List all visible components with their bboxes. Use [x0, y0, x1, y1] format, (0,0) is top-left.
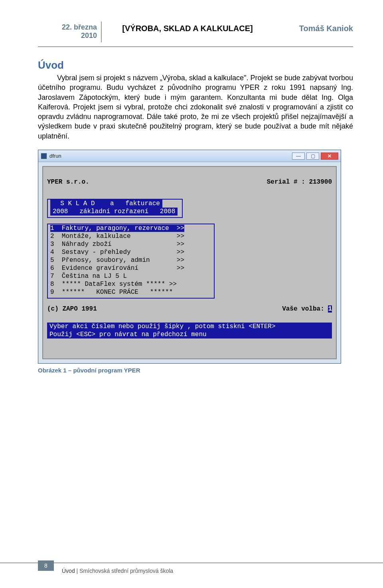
- dos-title-l1: S K L A D a fakturace: [50, 200, 162, 208]
- dos-menu-item[interactable]: 3 Náhrady zboží >>: [50, 241, 184, 248]
- header-date-line1: 22. března: [42, 23, 97, 32]
- dos-hint-2: Použij <ESC> pro návrat na předchozí men…: [47, 331, 332, 339]
- dos-prompt-label: Vaše volba:: [282, 305, 324, 313]
- section-title: Úvod: [38, 59, 353, 71]
- dos-copyright: (c) ZAPO 1991: [47, 305, 97, 313]
- dos-screen: YPER s.r.o.Serial # : 213900 S K L A D a…: [42, 166, 337, 359]
- header-rule: [38, 46, 353, 47]
- footer-trail: | Smíchovská střední průmyslová škola: [75, 568, 173, 574]
- dos-menu-item[interactable]: 4 Sestavy - přehledy >>: [50, 249, 184, 256]
- app-window: dfrun — ▢ ✕ YPER s.r.o.Serial # : 213900…: [38, 150, 341, 364]
- dos-menu-item[interactable]: 8 ***** DataFlex systém ***** >>: [50, 281, 180, 288]
- dos-menu-item[interactable]: 9 ****** KONEC PRÁCE ******: [50, 289, 177, 296]
- intro-paragraph-text: Vybral jsem si projekt s názvem „Výroba,…: [38, 74, 353, 140]
- dos-menu-item[interactable]: 2 Montáže, kalkulace >>: [50, 233, 184, 240]
- figure-caption: Obrázek 1 – původní program YPER: [38, 367, 353, 374]
- page-footer: 8 Úvod | Smíchovská střední průmyslová š…: [0, 562, 383, 576]
- footer-lead: Úvod: [62, 568, 75, 574]
- dos-menu: 1 Faktury, paragony, rezervace >> 2 Mont…: [47, 224, 215, 299]
- dos-menu-item[interactable]: 6 Evidence gravírování >>: [50, 265, 184, 272]
- dos-serial: Serial # : 213900: [267, 178, 332, 186]
- minimize-button[interactable]: —: [292, 152, 305, 160]
- dos-menu-item[interactable]: 7 Čeština na LJ 5 L: [50, 273, 177, 280]
- app-icon: [41, 153, 47, 159]
- dos-hint-1: Vyber akci číslem nebo použij šipky , po…: [47, 323, 332, 331]
- header-author: Tomáš Kaniok: [273, 24, 353, 33]
- window-title: dfrun: [49, 153, 292, 159]
- close-button[interactable]: ✕: [321, 152, 338, 160]
- header-center-title: [VÝROBA, SKLAD A KALKULACE]: [122, 24, 253, 33]
- maximize-button[interactable]: ▢: [306, 152, 319, 160]
- dos-prompt-value[interactable]: 1: [328, 305, 332, 313]
- intro-paragraph: Vybral jsem si projekt s názvem „Výroba,…: [38, 73, 353, 141]
- dos-title-l2: 2008 základní rozřazení 2008: [50, 208, 178, 216]
- date-box: 22. března 2010: [38, 22, 102, 42]
- header-date-line2: 2010: [42, 32, 97, 40]
- dos-company: YPER s.r.o.: [47, 178, 89, 186]
- page-number: 8: [38, 560, 54, 571]
- window-titlebar[interactable]: dfrun — ▢ ✕: [38, 150, 341, 162]
- dos-menu-item[interactable]: 5 Přenosy, soubory, admin >>: [50, 257, 184, 264]
- page-header: 22. března 2010 [VÝROBA, SKLAD A KALKULA…: [38, 24, 353, 42]
- dos-menu-item[interactable]: 1 Faktury, paragony, rezervace >>: [50, 225, 184, 232]
